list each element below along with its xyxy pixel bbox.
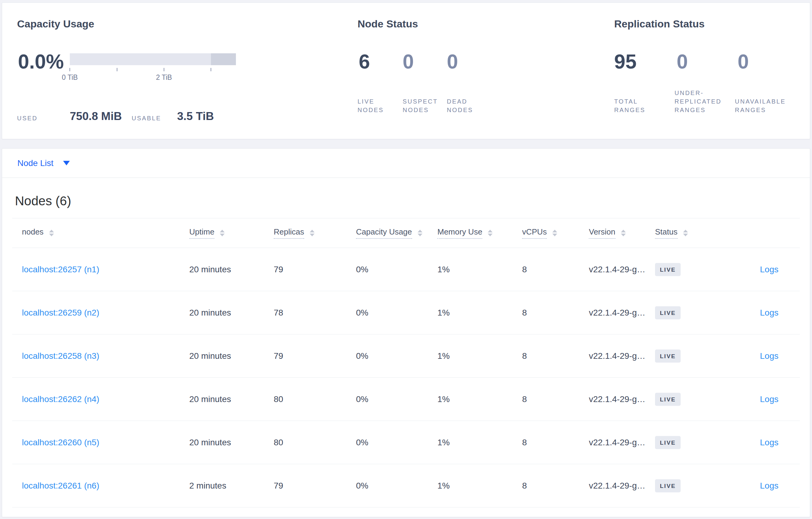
memory-use-cell: 1% (437, 351, 450, 361)
table-row: localhost:26261 (n6) 2 minutes 79 0% 1% … (12, 464, 800, 508)
logs-link[interactable]: Logs (760, 265, 779, 274)
capacity-percent: 0.0% (18, 52, 64, 71)
memory-use-cell: 1% (437, 438, 450, 448)
nodes-table-header: nodes Uptime Replicas Capacity Usage Mem… (12, 218, 800, 248)
capacity-usage-title: Capacity Usage (17, 18, 94, 30)
dead-nodes-value: 0 (447, 52, 458, 71)
sort-arrows-icon (220, 230, 225, 236)
cluster-summary-card: Capacity Usage 0.0% 0 TiB 2 TiB USED 750… (2, 2, 810, 139)
nodes-table-body: localhost:26257 (n1) 20 minutes 79 0% 1%… (12, 248, 800, 508)
capacity-bar-chart (70, 53, 236, 65)
used-value: 750.8 MiB (70, 110, 122, 123)
sort-arrows-icon (49, 230, 54, 236)
vcpus-cell: 8 (522, 265, 527, 274)
used-label: USED (17, 115, 38, 122)
capacity-usage-cell: 0% (356, 481, 368, 491)
vcpus-cell: 8 (522, 481, 527, 491)
axis-tick-label: 2 TiB (156, 73, 172, 82)
replicas-cell: 79 (274, 265, 283, 274)
axis-tick (164, 68, 164, 71)
nodes-section-heading: Nodes (6) (15, 194, 71, 208)
node-address-link[interactable]: localhost:26262 (n4) (22, 394, 99, 404)
vcpus-cell: 8 (522, 308, 527, 318)
suspect-nodes-label: SUSPECT NODES (403, 97, 453, 114)
node-address-link[interactable]: localhost:26257 (n1) (22, 265, 99, 274)
uptime-cell: 20 minutes (189, 351, 231, 361)
axis-tick (69, 68, 70, 71)
logs-link[interactable]: Logs (760, 394, 779, 404)
logs-link[interactable]: Logs (760, 438, 779, 448)
status-badge: LIVE (655, 479, 680, 492)
logs-link[interactable]: Logs (760, 481, 779, 491)
column-header-replicas[interactable]: Replicas (274, 227, 315, 239)
memory-use-cell: 1% (437, 308, 450, 318)
usable-value: 3.5 TiB (177, 110, 214, 123)
uptime-cell: 20 minutes (189, 394, 231, 404)
node-address-link[interactable]: localhost:26258 (n3) (22, 351, 99, 361)
column-header-capacity-usage[interactable]: Capacity Usage (356, 227, 423, 239)
column-header-status[interactable]: Status (655, 227, 688, 239)
memory-use-cell: 1% (437, 394, 450, 404)
axis-tick-label: 0 TiB (62, 73, 78, 82)
table-row: localhost:26262 (n4) 20 minutes 80 0% 1%… (12, 378, 800, 421)
replication-status-title: Replication Status (614, 18, 705, 30)
suspect-nodes-value: 0 (403, 52, 414, 71)
column-header-nodes[interactable]: nodes (22, 227, 54, 239)
view-selector-bar: Node List (2, 149, 810, 178)
capacity-usage-cell: 0% (356, 308, 368, 318)
sort-arrows-icon (552, 230, 557, 236)
logs-link[interactable]: Logs (760, 308, 779, 318)
replicas-cell: 80 (274, 394, 283, 404)
version-cell: v22.1.4-29-g… (589, 394, 645, 404)
table-row: localhost:26258 (n3) 20 minutes 79 0% 1%… (12, 334, 800, 378)
column-header-vcpus[interactable]: vCPUs (522, 227, 557, 239)
sort-arrows-icon (488, 230, 493, 236)
node-address-link[interactable]: localhost:26259 (n2) (22, 308, 99, 318)
live-nodes-value: 6 (359, 52, 370, 71)
node-address-link[interactable]: localhost:26260 (n5) (22, 438, 99, 448)
replicas-cell: 79 (274, 351, 283, 361)
vcpus-cell: 8 (522, 438, 527, 448)
total-ranges-value: 95 (614, 52, 636, 71)
sort-arrows-icon (310, 230, 315, 236)
usable-label: USABLE (132, 115, 161, 122)
capacity-usage-cell: 0% (356, 394, 368, 404)
cluster-overview-page: Capacity Usage 0.0% 0 TiB 2 TiB USED 750… (0, 0, 812, 519)
under-replicated-value: 0 (677, 52, 688, 71)
node-address-link[interactable]: localhost:26261 (n6) (22, 481, 99, 491)
table-row: localhost:26260 (n5) 20 minutes 80 0% 1%… (12, 421, 800, 464)
version-cell: v22.1.4-29-g… (589, 308, 645, 318)
status-badge: LIVE (655, 306, 680, 319)
column-header-memory-use[interactable]: Memory Use (437, 227, 493, 239)
capacity-usage-cell: 0% (356, 438, 368, 448)
node-list-dropdown[interactable]: Node List (18, 158, 70, 168)
nodes-table: nodes Uptime Replicas Capacity Usage Mem… (12, 218, 800, 508)
axis-tick (211, 68, 211, 71)
vcpus-cell: 8 (522, 351, 527, 361)
table-row: localhost:26259 (n2) 20 minutes 78 0% 1%… (12, 291, 800, 334)
replicas-cell: 79 (274, 481, 283, 491)
version-cell: v22.1.4-29-g… (589, 481, 645, 491)
sort-arrows-icon (621, 230, 626, 236)
sort-arrows-icon (683, 230, 688, 236)
total-ranges-label: TOTAL RANGES (614, 97, 660, 114)
status-badge: LIVE (655, 349, 680, 362)
node-list-card: Node List Nodes (6) nodes Uptime Replica… (2, 148, 810, 517)
column-header-version[interactable]: Version (589, 227, 626, 239)
caret-down-icon (63, 161, 70, 165)
memory-use-cell: 1% (437, 265, 450, 274)
version-cell: v22.1.4-29-g… (589, 265, 645, 274)
unavailable-label: UNAVAILABLE RANGES (735, 97, 811, 114)
column-header-uptime[interactable]: Uptime (189, 227, 225, 239)
vcpus-cell: 8 (522, 394, 527, 404)
status-badge: LIVE (655, 263, 680, 276)
version-cell: v22.1.4-29-g… (589, 351, 645, 361)
under-replicated-label: UNDER-REPLICATED RANGES (674, 89, 738, 114)
status-badge: LIVE (655, 393, 680, 406)
capacity-usage-cell: 0% (356, 351, 368, 361)
capacity-bar-tail (211, 53, 236, 65)
replicas-cell: 78 (274, 308, 283, 318)
capacity-stats: USED 750.8 MiB USABLE 3.5 TiB (2, 110, 277, 125)
memory-use-cell: 1% (437, 481, 450, 491)
logs-link[interactable]: Logs (760, 351, 779, 361)
